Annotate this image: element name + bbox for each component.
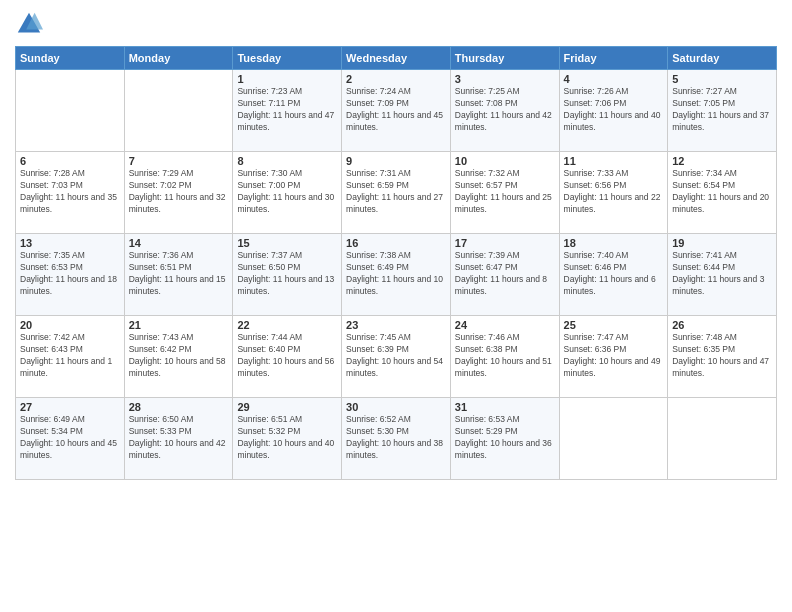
calendar-cell xyxy=(124,70,233,152)
calendar-cell: 16Sunrise: 7:38 AMSunset: 6:49 PMDayligh… xyxy=(342,234,451,316)
day-number: 4 xyxy=(564,73,664,85)
weekday-header-saturday: Saturday xyxy=(668,47,777,70)
day-info: Sunrise: 7:47 AMSunset: 6:36 PMDaylight:… xyxy=(564,332,664,380)
day-info: Sunrise: 7:46 AMSunset: 6:38 PMDaylight:… xyxy=(455,332,555,380)
day-number: 10 xyxy=(455,155,555,167)
weekday-header-sunday: Sunday xyxy=(16,47,125,70)
day-number: 30 xyxy=(346,401,446,413)
weekday-header-wednesday: Wednesday xyxy=(342,47,451,70)
calendar-cell: 30Sunrise: 6:52 AMSunset: 5:30 PMDayligh… xyxy=(342,398,451,480)
calendar-cell: 17Sunrise: 7:39 AMSunset: 6:47 PMDayligh… xyxy=(450,234,559,316)
calendar-cell: 21Sunrise: 7:43 AMSunset: 6:42 PMDayligh… xyxy=(124,316,233,398)
calendar-cell: 7Sunrise: 7:29 AMSunset: 7:02 PMDaylight… xyxy=(124,152,233,234)
calendar-cell: 15Sunrise: 7:37 AMSunset: 6:50 PMDayligh… xyxy=(233,234,342,316)
day-number: 2 xyxy=(346,73,446,85)
calendar-cell: 11Sunrise: 7:33 AMSunset: 6:56 PMDayligh… xyxy=(559,152,668,234)
calendar-cell: 23Sunrise: 7:45 AMSunset: 6:39 PMDayligh… xyxy=(342,316,451,398)
day-info: Sunrise: 7:25 AMSunset: 7:08 PMDaylight:… xyxy=(455,86,555,134)
day-info: Sunrise: 7:23 AMSunset: 7:11 PMDaylight:… xyxy=(237,86,337,134)
day-info: Sunrise: 7:27 AMSunset: 7:05 PMDaylight:… xyxy=(672,86,772,134)
calendar-cell: 12Sunrise: 7:34 AMSunset: 6:54 PMDayligh… xyxy=(668,152,777,234)
day-info: Sunrise: 7:48 AMSunset: 6:35 PMDaylight:… xyxy=(672,332,772,380)
calendar-cell: 19Sunrise: 7:41 AMSunset: 6:44 PMDayligh… xyxy=(668,234,777,316)
day-info: Sunrise: 7:30 AMSunset: 7:00 PMDaylight:… xyxy=(237,168,337,216)
day-number: 8 xyxy=(237,155,337,167)
day-number: 22 xyxy=(237,319,337,331)
day-number: 18 xyxy=(564,237,664,249)
weekday-header-thursday: Thursday xyxy=(450,47,559,70)
day-info: Sunrise: 7:31 AMSunset: 6:59 PMDaylight:… xyxy=(346,168,446,216)
day-number: 3 xyxy=(455,73,555,85)
day-info: Sunrise: 7:42 AMSunset: 6:43 PMDaylight:… xyxy=(20,332,120,380)
day-number: 5 xyxy=(672,73,772,85)
calendar-cell: 3Sunrise: 7:25 AMSunset: 7:08 PMDaylight… xyxy=(450,70,559,152)
weekday-header-friday: Friday xyxy=(559,47,668,70)
day-number: 9 xyxy=(346,155,446,167)
calendar-cell: 25Sunrise: 7:47 AMSunset: 6:36 PMDayligh… xyxy=(559,316,668,398)
day-number: 29 xyxy=(237,401,337,413)
weekday-header-tuesday: Tuesday xyxy=(233,47,342,70)
day-info: Sunrise: 7:28 AMSunset: 7:03 PMDaylight:… xyxy=(20,168,120,216)
calendar-cell: 29Sunrise: 6:51 AMSunset: 5:32 PMDayligh… xyxy=(233,398,342,480)
day-info: Sunrise: 7:41 AMSunset: 6:44 PMDaylight:… xyxy=(672,250,772,298)
day-number: 20 xyxy=(20,319,120,331)
calendar-cell: 26Sunrise: 7:48 AMSunset: 6:35 PMDayligh… xyxy=(668,316,777,398)
day-number: 25 xyxy=(564,319,664,331)
day-info: Sunrise: 6:49 AMSunset: 5:34 PMDaylight:… xyxy=(20,414,120,462)
day-number: 16 xyxy=(346,237,446,249)
day-number: 31 xyxy=(455,401,555,413)
calendar-week-row: 1Sunrise: 7:23 AMSunset: 7:11 PMDaylight… xyxy=(16,70,777,152)
day-info: Sunrise: 7:40 AMSunset: 6:46 PMDaylight:… xyxy=(564,250,664,298)
day-info: Sunrise: 7:44 AMSunset: 6:40 PMDaylight:… xyxy=(237,332,337,380)
day-info: Sunrise: 6:51 AMSunset: 5:32 PMDaylight:… xyxy=(237,414,337,462)
calendar-cell xyxy=(668,398,777,480)
calendar-cell: 1Sunrise: 7:23 AMSunset: 7:11 PMDaylight… xyxy=(233,70,342,152)
day-number: 19 xyxy=(672,237,772,249)
calendar-cell: 9Sunrise: 7:31 AMSunset: 6:59 PMDaylight… xyxy=(342,152,451,234)
day-info: Sunrise: 7:32 AMSunset: 6:57 PMDaylight:… xyxy=(455,168,555,216)
day-info: Sunrise: 7:38 AMSunset: 6:49 PMDaylight:… xyxy=(346,250,446,298)
day-number: 28 xyxy=(129,401,229,413)
calendar-week-row: 6Sunrise: 7:28 AMSunset: 7:03 PMDaylight… xyxy=(16,152,777,234)
day-info: Sunrise: 7:39 AMSunset: 6:47 PMDaylight:… xyxy=(455,250,555,298)
day-number: 27 xyxy=(20,401,120,413)
calendar-week-row: 20Sunrise: 7:42 AMSunset: 6:43 PMDayligh… xyxy=(16,316,777,398)
day-info: Sunrise: 6:52 AMSunset: 5:30 PMDaylight:… xyxy=(346,414,446,462)
day-info: Sunrise: 7:26 AMSunset: 7:06 PMDaylight:… xyxy=(564,86,664,134)
day-number: 23 xyxy=(346,319,446,331)
calendar-cell: 18Sunrise: 7:40 AMSunset: 6:46 PMDayligh… xyxy=(559,234,668,316)
calendar-cell: 5Sunrise: 7:27 AMSunset: 7:05 PMDaylight… xyxy=(668,70,777,152)
day-info: Sunrise: 6:50 AMSunset: 5:33 PMDaylight:… xyxy=(129,414,229,462)
day-number: 7 xyxy=(129,155,229,167)
calendar-cell xyxy=(559,398,668,480)
calendar-cell: 6Sunrise: 7:28 AMSunset: 7:03 PMDaylight… xyxy=(16,152,125,234)
calendar-cell: 22Sunrise: 7:44 AMSunset: 6:40 PMDayligh… xyxy=(233,316,342,398)
calendar-cell: 27Sunrise: 6:49 AMSunset: 5:34 PMDayligh… xyxy=(16,398,125,480)
calendar-cell: 13Sunrise: 7:35 AMSunset: 6:53 PMDayligh… xyxy=(16,234,125,316)
day-number: 14 xyxy=(129,237,229,249)
calendar-cell: 20Sunrise: 7:42 AMSunset: 6:43 PMDayligh… xyxy=(16,316,125,398)
calendar-cell xyxy=(16,70,125,152)
calendar-cell: 28Sunrise: 6:50 AMSunset: 5:33 PMDayligh… xyxy=(124,398,233,480)
day-info: Sunrise: 7:33 AMSunset: 6:56 PMDaylight:… xyxy=(564,168,664,216)
day-info: Sunrise: 6:53 AMSunset: 5:29 PMDaylight:… xyxy=(455,414,555,462)
day-info: Sunrise: 7:45 AMSunset: 6:39 PMDaylight:… xyxy=(346,332,446,380)
calendar-cell: 31Sunrise: 6:53 AMSunset: 5:29 PMDayligh… xyxy=(450,398,559,480)
day-number: 6 xyxy=(20,155,120,167)
day-number: 21 xyxy=(129,319,229,331)
logo xyxy=(15,10,47,38)
day-number: 26 xyxy=(672,319,772,331)
calendar-cell: 4Sunrise: 7:26 AMSunset: 7:06 PMDaylight… xyxy=(559,70,668,152)
page: SundayMondayTuesdayWednesdayThursdayFrid… xyxy=(0,0,792,612)
weekday-header-monday: Monday xyxy=(124,47,233,70)
day-number: 24 xyxy=(455,319,555,331)
calendar-cell: 10Sunrise: 7:32 AMSunset: 6:57 PMDayligh… xyxy=(450,152,559,234)
calendar-table: SundayMondayTuesdayWednesdayThursdayFrid… xyxy=(15,46,777,480)
day-number: 12 xyxy=(672,155,772,167)
calendar-cell: 2Sunrise: 7:24 AMSunset: 7:09 PMDaylight… xyxy=(342,70,451,152)
day-info: Sunrise: 7:37 AMSunset: 6:50 PMDaylight:… xyxy=(237,250,337,298)
day-number: 15 xyxy=(237,237,337,249)
header xyxy=(15,10,777,38)
calendar-header-row: SundayMondayTuesdayWednesdayThursdayFrid… xyxy=(16,47,777,70)
day-info: Sunrise: 7:43 AMSunset: 6:42 PMDaylight:… xyxy=(129,332,229,380)
